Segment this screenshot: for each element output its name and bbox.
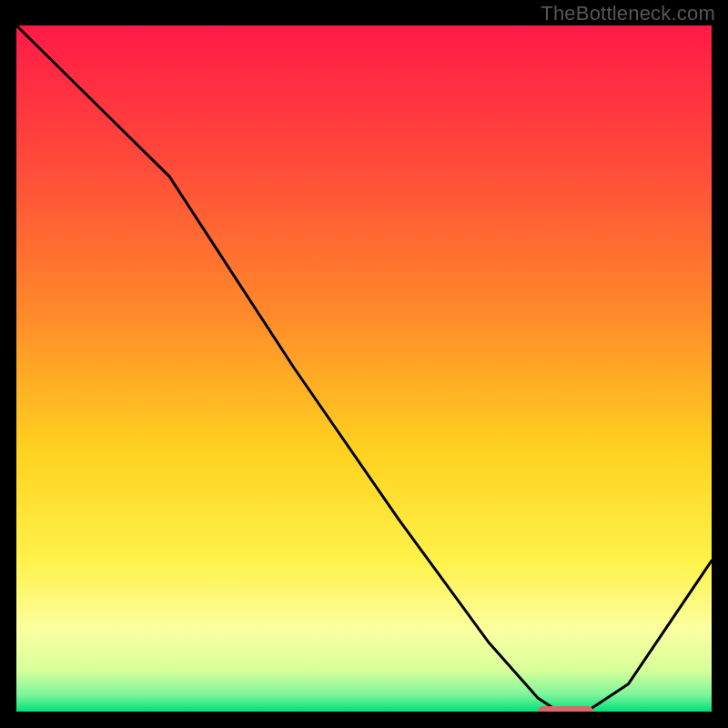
plot-area [16,25,712,712]
chart-svg [16,25,712,712]
watermark-text: TheBottleneck.com [541,2,715,25]
optimal-range-marker [538,706,593,712]
chart-frame: TheBottleneck.com [0,0,728,728]
